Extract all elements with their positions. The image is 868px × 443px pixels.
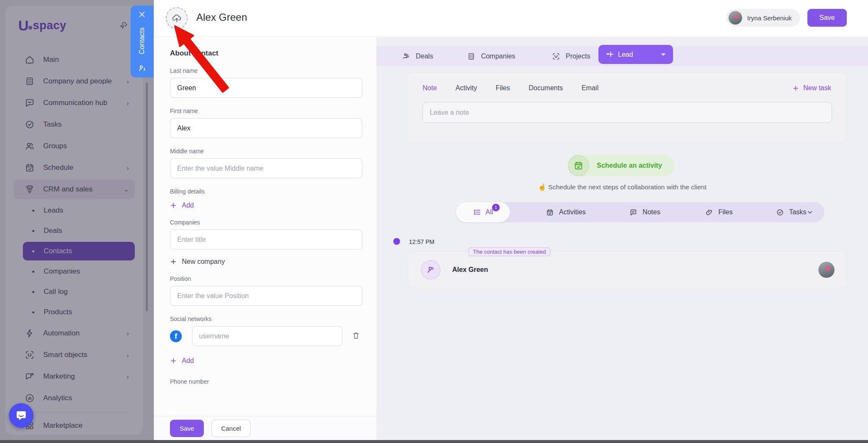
- pointing-hand-emoji: ☝: [538, 183, 546, 191]
- form-cancel-button[interactable]: Cancel: [211, 420, 250, 437]
- form-footer: Save Cancel: [154, 416, 376, 440]
- form-heading: About contact: [170, 49, 360, 58]
- filter-tab-tasks[interactable]: Tasks: [776, 208, 807, 216]
- lead-button[interactable]: Lead: [598, 45, 673, 64]
- tab-companies[interactable]: Companies: [467, 52, 515, 61]
- composer-tab-documents[interactable]: Documents: [529, 84, 563, 92]
- add-social-button[interactable]: Add: [170, 357, 360, 365]
- activity-panel: Deals Companies Projects Lead: [376, 37, 868, 440]
- check-circle-icon: [776, 208, 784, 216]
- avatar-upload-button[interactable]: [166, 7, 188, 29]
- related-entities-strip: Deals Companies Projects Lead: [376, 46, 868, 66]
- contact-panel: Alex Green Iryna Serbeniuk Save About co…: [154, 0, 868, 440]
- delete-social-button[interactable]: [352, 331, 360, 341]
- note-bubble-icon: [629, 208, 637, 216]
- social-username-field[interactable]: [192, 326, 342, 346]
- app-root: U spacy Main Company and people › Commun…: [0, 0, 868, 443]
- filter-activities-label: Activities: [559, 208, 586, 216]
- filter-tab-activities[interactable]: Activities: [546, 208, 586, 216]
- trash-icon: [352, 331, 360, 340]
- companies-label: Companies: [170, 219, 360, 226]
- note-composer-card: Note Activity Files Documents Email New …: [407, 72, 847, 143]
- plus-icon: [170, 202, 177, 209]
- tab-deals[interactable]: Deals: [402, 52, 433, 61]
- event-author-avatar: [818, 262, 835, 278]
- filter-tab-all[interactable]: All 1: [456, 202, 510, 222]
- panel-topbar: Alex Green Iryna Serbeniuk Save: [154, 0, 868, 37]
- lead-dropdown-caret[interactable]: [660, 53, 666, 57]
- timeline-event-card[interactable]: The contact has been created Alex Green: [408, 251, 847, 288]
- contacts-slideout-tab[interactable]: Contacts: [131, 6, 153, 78]
- contact-form: About contact Last name First name Middl…: [154, 37, 376, 440]
- schedule-activity-button[interactable]: Schedule an activity: [568, 155, 675, 176]
- last-name-label: Last name: [170, 67, 360, 74]
- companies-field[interactable]: [170, 230, 362, 249]
- filter-notes-label: Notes: [643, 208, 660, 216]
- timeline-dot: [393, 238, 400, 245]
- slideout-tab-label: Contacts: [138, 28, 146, 54]
- composer-tab-note[interactable]: Note: [423, 84, 437, 92]
- new-company-button[interactable]: New company: [170, 258, 360, 266]
- contact-search-icon: [138, 64, 146, 72]
- page-title: Alex Green: [196, 11, 247, 23]
- composer-tab-files[interactable]: Files: [495, 84, 510, 92]
- composer-tab-activity[interactable]: Activity: [456, 84, 477, 92]
- last-name-field[interactable]: [170, 78, 362, 98]
- filter-tasks-label: Tasks: [789, 208, 807, 216]
- filter-collapse-chevron[interactable]: [807, 208, 813, 216]
- user-name: Iryna Serbeniuk: [747, 14, 792, 22]
- event-contact-name: Alex Green: [452, 266, 488, 274]
- lead-button-label: Lead: [618, 51, 633, 58]
- plus-icon: [793, 85, 799, 91]
- support-chat-button[interactable]: [9, 403, 33, 428]
- user-avatar: [729, 11, 742, 25]
- middle-name-field[interactable]: [170, 158, 362, 178]
- tab-deals-label: Deals: [416, 53, 433, 60]
- leave-note-input[interactable]: [423, 102, 832, 123]
- form-save-button[interactable]: Save: [170, 420, 204, 437]
- plus-icon: [170, 258, 177, 265]
- schedule-activity-label: Schedule an activity: [597, 162, 662, 169]
- add-social-label: Add: [182, 357, 194, 365]
- all-count-badge: 1: [492, 204, 500, 211]
- building-icon: [467, 52, 476, 61]
- schedule-hint-text: Schedule the next steps of collaboration…: [548, 183, 707, 191]
- new-task-button[interactable]: New task: [793, 84, 831, 92]
- projects-icon: [552, 52, 560, 61]
- position-field[interactable]: [170, 286, 362, 306]
- filter-files-label: Files: [718, 208, 733, 216]
- calendar-check-circle: [568, 155, 589, 176]
- first-name-label: First name: [170, 108, 360, 114]
- new-company-label: New company: [182, 258, 225, 266]
- event-type-badge: The contact has been created: [468, 247, 551, 256]
- current-user-chip[interactable]: Iryna Serbeniuk: [726, 9, 800, 27]
- plus-icon: [170, 357, 177, 364]
- list-icon: [473, 208, 481, 216]
- filter-tab-notes[interactable]: Notes: [629, 208, 660, 216]
- tab-projects[interactable]: Projects: [552, 52, 590, 61]
- social-networks-label: Social networks: [170, 316, 360, 322]
- close-icon[interactable]: [138, 11, 146, 18]
- calendar-check-icon: [573, 161, 584, 171]
- chat-widget-icon: [15, 409, 28, 422]
- phone-number-label: Phone number: [170, 378, 360, 385]
- cloud-upload-icon: [171, 13, 182, 24]
- add-billing-label: Add: [182, 202, 194, 209]
- schedule-hint: ☝ Schedule the next steps of collaborati…: [376, 183, 868, 191]
- contact-person-chip: [421, 260, 440, 280]
- paperclip-icon: [705, 208, 713, 216]
- timeline-time: 12:57 PM: [409, 238, 434, 245]
- filter-tab-files[interactable]: Files: [705, 208, 733, 216]
- add-billing-button[interactable]: Add: [170, 202, 360, 209]
- person-icon: [426, 265, 435, 274]
- first-name-field[interactable]: [170, 118, 362, 138]
- composer-tab-email[interactable]: Email: [581, 84, 598, 92]
- deals-icon: [402, 52, 410, 61]
- new-task-label: New task: [803, 84, 831, 92]
- position-label: Position: [170, 275, 360, 282]
- billing-details-label: Billing details: [170, 188, 360, 195]
- save-button[interactable]: Save: [807, 9, 847, 27]
- filter-all-label: All: [486, 208, 493, 216]
- middle-name-label: Middle name: [170, 148, 360, 155]
- tab-companies-label: Companies: [481, 53, 515, 60]
